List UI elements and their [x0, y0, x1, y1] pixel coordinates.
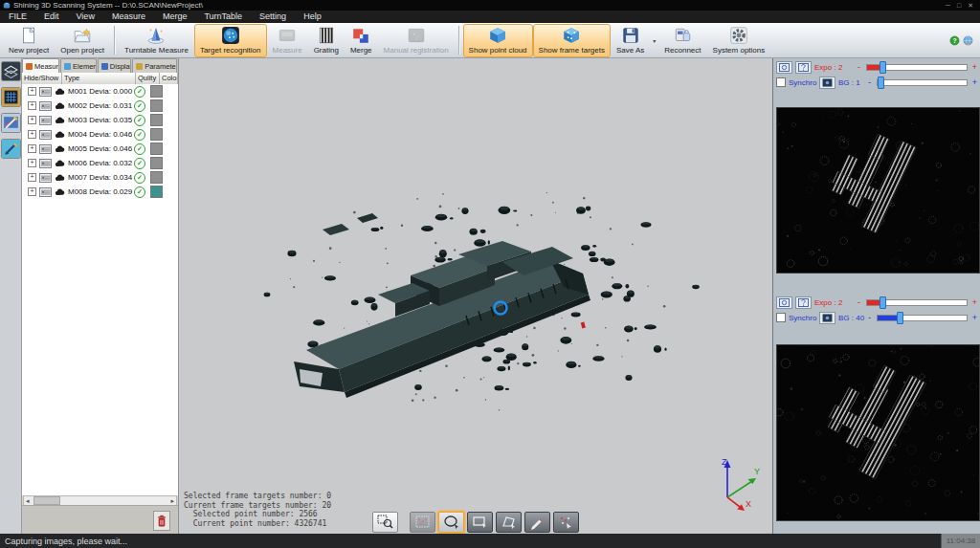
scroll-left-icon[interactable]: ◂	[24, 497, 32, 505]
toolbar-merge[interactable]: Merge	[345, 24, 378, 57]
camera-image-icon[interactable]	[819, 312, 835, 324]
toolbar-grating[interactable]: Grating	[308, 24, 345, 57]
tab-paramete[interactable]: Paramete...	[132, 58, 177, 73]
column-header-hide-show[interactable]: Hide/Show	[22, 73, 62, 84]
polygon-select-tool[interactable]	[496, 512, 522, 533]
pen-select-tool[interactable]	[524, 512, 550, 533]
viewport-3d[interactable]: Selected frame targets number: 0Current …	[179, 57, 772, 534]
color-swatch[interactable]	[150, 99, 163, 112]
measure-row[interactable]: + M004 Devia: 0.046 ✓	[22, 127, 178, 142]
toolbar-turntable-measure[interactable]: Turntable Measure	[119, 24, 194, 57]
exposure-decrease-button[interactable]: -	[856, 297, 862, 307]
expand-icon[interactable]: +	[28, 187, 36, 196]
synchro-checkbox[interactable]	[776, 313, 786, 322]
visibility-icon[interactable]	[39, 144, 52, 154]
tab-element[interactable]: Element	[60, 58, 97, 73]
menu-edit[interactable]: Edit	[35, 11, 68, 23]
color-swatch[interactable]	[150, 128, 163, 141]
bg-increase-button[interactable]: +	[971, 77, 978, 87]
slider-handle[interactable]	[880, 296, 886, 309]
bg-slider[interactable]	[877, 315, 968, 321]
column-header-type[interactable]: Type	[62, 73, 136, 84]
bg-decrease-button[interactable]: -	[866, 313, 873, 322]
color-swatch[interactable]	[150, 85, 163, 98]
bg-increase-button[interactable]: +	[971, 313, 978, 322]
color-swatch[interactable]	[150, 171, 163, 184]
camera-info-icon[interactable]	[795, 296, 812, 309]
annotation-pen-icon[interactable]	[1, 139, 21, 159]
visibility-icon[interactable]	[39, 173, 52, 183]
toolbar-system-options[interactable]: System options	[707, 24, 771, 57]
menu-help[interactable]: Help	[295, 11, 330, 23]
visibility-icon[interactable]	[39, 130, 52, 140]
exposure-slider[interactable]	[866, 299, 968, 306]
measure-row[interactable]: + M002 Devia: 0.031 ✓	[22, 99, 178, 113]
maximize-button[interactable]: □	[957, 2, 961, 10]
minimize-button[interactable]: ─	[946, 2, 950, 10]
scan-view-icon[interactable]	[1, 87, 21, 107]
toolbar-save-as[interactable]: Save As	[611, 24, 650, 57]
expand-icon[interactable]: +	[28, 159, 36, 167]
expand-icon[interactable]: +	[28, 87, 36, 96]
texture-render-icon[interactable]	[1, 113, 21, 133]
web-icon[interactable]	[963, 35, 973, 46]
camera-fit-icon[interactable]	[776, 296, 792, 309]
expand-icon[interactable]: +	[28, 144, 36, 153]
measure-row[interactable]: + M001 Devia: 0.000 ✓	[22, 84, 178, 99]
menu-setting[interactable]: Setting	[251, 11, 295, 23]
bg-decrease-button[interactable]: -	[866, 77, 873, 87]
ellipse-select-tool[interactable]	[438, 512, 464, 533]
close-button[interactable]: ✕	[968, 2, 973, 10]
expand-icon[interactable]: +	[28, 116, 36, 124]
toolbar-reconnect[interactable]: Reconnect	[658, 24, 706, 57]
measure-row[interactable]: + M005 Devia: 0.046 ✓	[22, 142, 178, 156]
camera-fit-icon[interactable]	[776, 61, 792, 74]
slider-handle[interactable]	[897, 312, 903, 324]
exposure-increase-button[interactable]: +	[971, 297, 978, 307]
toolbar-show-point-cloud[interactable]: Show point cloud	[463, 24, 533, 57]
slider-handle[interactable]	[878, 77, 884, 89]
expand-icon[interactable]: +	[28, 173, 36, 182]
slider-handle[interactable]	[880, 61, 886, 74]
visibility-icon[interactable]	[39, 116, 52, 125]
menu-merge[interactable]: Merge	[154, 11, 196, 23]
exposure-decrease-button[interactable]: -	[856, 62, 862, 72]
help-icon[interactable]: ?	[949, 35, 960, 46]
visibility-icon[interactable]	[39, 187, 52, 197]
exposure-slider[interactable]	[866, 64, 968, 71]
exposure-increase-button[interactable]: +	[971, 62, 978, 72]
mesh-view-icon[interactable]	[1, 61, 21, 81]
scroll-right-icon[interactable]: ▸	[168, 497, 176, 505]
menu-measure[interactable]: Measure	[103, 11, 154, 23]
color-swatch[interactable]	[150, 157, 163, 169]
toolbar-new-project[interactable]: New project	[3, 24, 55, 57]
menu-turntable[interactable]: TurnTable	[195, 11, 251, 23]
save-as-dropdown-icon[interactable]: ▾	[650, 37, 658, 44]
zoom-window-tool[interactable]	[372, 512, 398, 533]
toolbar-show-frame-targets[interactable]: Show frame targets	[533, 24, 611, 57]
synchro-checkbox[interactable]	[776, 77, 786, 87]
rect-select-tool[interactable]	[467, 512, 493, 533]
visibility-icon[interactable]	[39, 101, 52, 111]
column-header-qulity[interactable]: Qulity	[136, 73, 160, 84]
column-header-color[interactable]: Color	[160, 73, 178, 84]
toolbar-open-project[interactable]: Open project	[55, 24, 110, 57]
delete-button[interactable]	[153, 511, 170, 531]
point-move-tool[interactable]	[553, 512, 579, 533]
measure-row[interactable]: + M008 Devia: 0.029 ✓	[22, 185, 178, 199]
tab-measure[interactable]: Measure	[22, 58, 59, 73]
measure-row[interactable]: + M003 Devia: 0.035 ✓	[22, 113, 178, 127]
measure-row[interactable]: + M006 Devia: 0.032 ✓	[22, 156, 178, 170]
tab-display[interactable]: Display	[98, 58, 131, 73]
expand-icon[interactable]: +	[28, 101, 36, 110]
expand-icon[interactable]: +	[28, 130, 36, 139]
color-swatch[interactable]	[150, 142, 163, 155]
menu-file[interactable]: FILE	[0, 11, 35, 23]
measure-row[interactable]: + M007 Devia: 0.034 ✓	[22, 170, 178, 185]
toolbar-target-recognition[interactable]: Target recognition	[194, 24, 267, 57]
camera-image-icon[interactable]	[819, 77, 835, 89]
scrollbar-thumb[interactable]	[33, 496, 60, 505]
bg-slider[interactable]	[877, 79, 968, 86]
color-swatch[interactable]	[150, 186, 163, 198]
camera-info-icon[interactable]	[795, 61, 812, 74]
